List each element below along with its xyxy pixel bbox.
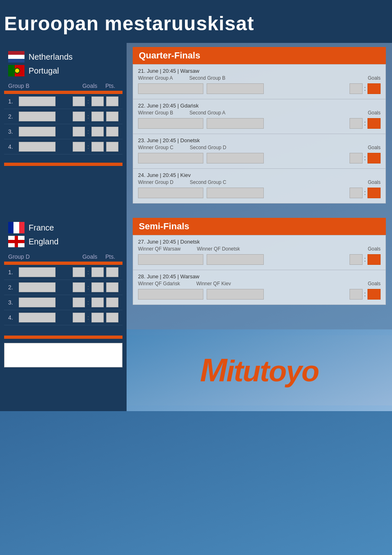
group-b-team-input-4[interactable] — [19, 142, 56, 152]
qf-match-2-goals-label: Goals — [368, 110, 381, 116]
group-d-team-input-3[interactable] — [19, 298, 56, 307]
group-d-pts-2[interactable] — [106, 282, 118, 292]
group-b-goals2-4[interactable] — [91, 142, 104, 152]
group-d-goals2-2[interactable] — [91, 282, 104, 292]
qf-match-2-team2-label: Second Group A — [189, 110, 225, 116]
group-b-goals1-1[interactable] — [73, 96, 85, 106]
group-d-goals1-4[interactable] — [73, 313, 85, 322]
qf-match-3-score1[interactable] — [350, 153, 363, 163]
group-d-num-3: 3. — [8, 299, 16, 306]
sf-match-2-score: : — [350, 289, 381, 300]
group-d-num-2: 2. — [8, 284, 16, 291]
group-d-goals2-4[interactable] — [91, 313, 104, 322]
group-b-pts-2[interactable] — [106, 112, 118, 121]
qf-match-1-score1[interactable] — [350, 83, 363, 94]
page-wrapper: Euroopan mestaruuskisat Netherlands — [0, 0, 392, 555]
group-b-team-input-2[interactable] — [19, 112, 56, 121]
qf-match-1-team2-input[interactable] — [207, 83, 264, 94]
group-d-goals2-1[interactable] — [91, 267, 104, 277]
group-d-pts-label: Pts. — [102, 253, 118, 260]
group-d-panel: France England Group D Goals Pts. 1. — [0, 214, 127, 329]
group-b-label-row: Group B Goals Pts. — [4, 81, 122, 91]
qf-match-2-score2[interactable] — [368, 118, 381, 129]
group-b-orange-bar — [4, 91, 122, 94]
qf-match-2-colon: : — [364, 120, 366, 127]
qf-match-1-subheader: Winner Group A Second Group B Goals — [138, 75, 381, 81]
row-num-3: 3. — [8, 128, 16, 135]
sf-match-1-score2[interactable] — [368, 254, 381, 265]
qf-match-2-score1[interactable] — [350, 118, 363, 129]
sf-match-2-score2[interactable] — [368, 289, 381, 300]
sf-match-2-score1[interactable] — [350, 289, 363, 300]
group-b-bottom-bar — [4, 163, 122, 166]
sf-match-2: 28. June | 20:45 | Warsaw Winner QF Gdań… — [133, 270, 385, 304]
group-d-goals1-2[interactable] — [73, 282, 85, 292]
qf-match-4-score1[interactable] — [350, 188, 363, 198]
group-d-team-input-1[interactable] — [19, 267, 56, 277]
qf-match-4-team1-input[interactable] — [138, 188, 203, 198]
group-d-goals1-3[interactable] — [73, 298, 85, 307]
qf-match-2-team1-input[interactable] — [138, 118, 203, 129]
quarter-finals-box: 21. June | 20:45 | Warsaw Winner Group A… — [133, 64, 386, 204]
group-d-team-input-2[interactable] — [19, 282, 56, 292]
sf-match-2-subheader: Winner QF Gdańsk Winner QF Kiev Goals — [138, 281, 381, 286]
footer-input-box[interactable] — [4, 343, 122, 367]
group-d-pts-1[interactable] — [106, 267, 118, 277]
group-b-team-input-1[interactable] — [19, 96, 56, 106]
sf-match-1-team1-input[interactable] — [138, 254, 203, 265]
group-b-goals2-2[interactable] — [91, 112, 104, 121]
sf-match-1-subheader: Winner QF Warsaw Winner QF Donetsk Goals — [138, 246, 381, 252]
team-name-portugal: Portugal — [29, 66, 59, 76]
footer-right: Mitutoyo — [127, 329, 392, 411]
qf-match-2-team2-input[interactable] — [207, 118, 264, 129]
group-b-pts-label: Pts. — [102, 83, 118, 89]
sf-match-2-team2-input[interactable] — [207, 289, 264, 300]
group-d-goals1-1[interactable] — [73, 267, 85, 277]
footer-orange-bar — [4, 336, 122, 339]
sf-match-2-team1-input[interactable] — [138, 289, 203, 300]
qf-match-1-score: : — [350, 83, 381, 94]
qf-match-4-score2[interactable] — [368, 188, 381, 198]
colon-3: : — [87, 128, 89, 135]
semi-finals-panel: Semi-Finals 27. June | 20:45 | Donetsk W… — [127, 214, 392, 329]
sf-match-1-team1-label: Winner QF Warsaw — [138, 246, 180, 252]
sf-match-1-goals-label: Goals — [368, 246, 381, 252]
qf-match-3-score2[interactable] — [368, 153, 381, 163]
qf-match-1-score2[interactable] — [368, 83, 381, 94]
sf-match-1-team2-input[interactable] — [207, 254, 264, 265]
group-b-goals1-4[interactable] — [73, 142, 85, 152]
group-d-num-4: 4. — [8, 314, 16, 321]
qf-match-4-team2-input[interactable] — [207, 188, 264, 198]
group-b-goals2-3[interactable] — [91, 127, 104, 137]
qf-match-3-team2-input[interactable] — [207, 153, 264, 163]
group-d-row-4: 4. : — [4, 310, 122, 325]
sf-match-2-colon: : — [364, 291, 366, 298]
qf-match-1-team1-label: Winner Group A — [138, 75, 173, 81]
qf-match-1: 21. June | 20:45 | Warsaw Winner Group A… — [133, 65, 385, 99]
group-d-row-3: 3. : — [4, 295, 122, 310]
sf-match-1-inputs: : — [138, 254, 381, 265]
quarter-finals-panel: Quarter-Finals 21. June | 20:45 | Warsaw… — [127, 43, 392, 214]
group-b-goals1-2[interactable] — [73, 112, 85, 121]
qf-match-3-date: 23. June | 20:45 | Donetsk — [138, 137, 381, 143]
qf-match-4-inputs: : — [138, 188, 381, 198]
group-b-pts-3[interactable] — [106, 127, 118, 137]
qf-match-1-team1-input[interactable] — [138, 83, 203, 94]
qf-match-1-goals-label: Goals — [368, 75, 381, 81]
group-d-team-input-4[interactable] — [19, 313, 56, 322]
group-d-row-1: 1. : — [4, 265, 122, 280]
qf-match-3-team1-input[interactable] — [138, 153, 203, 163]
qf-match-3-subheader: Winner Group C Second Group D Goals — [138, 145, 381, 150]
qf-match-1-date: 21. June | 20:45 | Warsaw — [138, 68, 381, 74]
group-b-pts-1[interactable] — [106, 96, 118, 106]
group-d-row-2: 2. : — [4, 280, 122, 295]
group-b-pts-4[interactable] — [106, 142, 118, 152]
group-b-goals2-1[interactable] — [91, 96, 104, 106]
sf-match-1-score1[interactable] — [350, 254, 363, 265]
group-d-goals2-3[interactable] — [91, 298, 104, 307]
group-d-pts-3[interactable] — [106, 298, 118, 307]
qf-match-1-colon: : — [364, 85, 366, 92]
group-d-pts-4[interactable] — [106, 313, 118, 322]
group-b-goals1-3[interactable] — [73, 127, 85, 137]
group-b-team-input-3[interactable] — [19, 127, 56, 137]
